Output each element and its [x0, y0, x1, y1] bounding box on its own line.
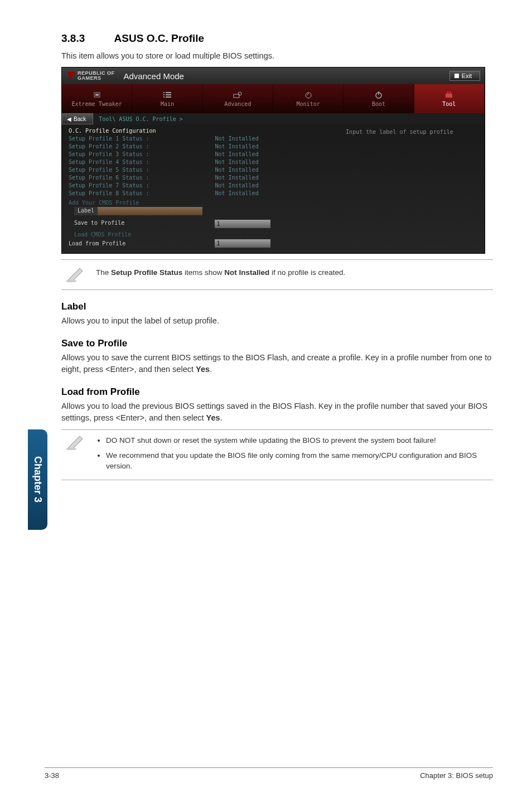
back-button[interactable]: ◀ Back — [62, 113, 93, 124]
warning-item: We recommend that you update the BIOS fi… — [106, 451, 493, 472]
exit-label: Exit — [462, 73, 472, 79]
bios-help-text: Input the label of setup profile — [335, 128, 478, 248]
svg-rect-2 — [163, 92, 165, 93]
svg-rect-4 — [163, 94, 165, 95]
bios-screenshot: REPUBLIC OF GAMERS Advanced Mode Exit Ex… — [61, 67, 485, 254]
toolbox-icon — [444, 90, 453, 99]
page-number: 3-38 — [45, 771, 59, 780]
tab-label: Boot — [372, 101, 385, 107]
note-pencil-icon — [66, 265, 86, 284]
profile-status-row: Setup Profile 2 Status :Not Installed — [69, 143, 335, 151]
svg-rect-3 — [166, 92, 171, 93]
tab-label: Monitor — [297, 101, 320, 107]
load-heading: Load from Profile — [61, 386, 493, 398]
warning-item: DO NOT shut down or reset the system whi… — [106, 436, 493, 446]
tab-label: Main — [161, 101, 174, 107]
label-input[interactable] — [98, 207, 202, 215]
label-body: Allows you to input the label of setup p… — [61, 315, 493, 327]
svg-rect-12 — [378, 91, 379, 95]
save-body: Allows you to save the current BIOS sett… — [61, 352, 493, 375]
bios-titlebar: REPUBLIC OF GAMERS Advanced Mode Exit — [62, 67, 485, 84]
svg-rect-5 — [166, 94, 171, 95]
monitor-icon — [304, 90, 313, 99]
label-heading: Label — [61, 301, 493, 312]
svg-point-9 — [238, 92, 241, 95]
tab-advanced[interactable]: Advanced — [203, 84, 273, 113]
profile-status-row: Setup Profile 7 Status :Not Installed — [69, 182, 335, 190]
profile-status-row: Setup Profile 5 Status :Not Installed — [69, 166, 335, 174]
list-icon — [163, 90, 171, 99]
note-pencil-icon — [66, 433, 86, 452]
svg-point-16 — [66, 448, 77, 450]
load-cmos-heading: Load CMOS Profile — [69, 231, 335, 238]
note-text: The Setup Profile Status items show Not … — [96, 265, 493, 278]
profile-status-row: Setup Profile 4 Status :Not Installed — [69, 158, 335, 166]
advanced-icon — [233, 90, 242, 99]
tab-label: Extreme Tweaker — [72, 101, 122, 107]
tab-boot[interactable]: Boot — [344, 84, 414, 113]
exit-button[interactable]: Exit — [449, 71, 480, 81]
section-intro: This item allows you to store or load mu… — [61, 51, 493, 60]
exit-icon — [454, 74, 459, 78]
profile-status-row: Setup Profile 1 Status :Not Installed — [69, 135, 335, 143]
brand-bottom: GAMERS — [78, 76, 115, 81]
bios-breadcrumb-bar: ◀ Back Tool\ ASUS O.C. Profile > — [62, 113, 485, 124]
profile-status-row: Setup Profile 6 Status :Not Installed — [69, 174, 335, 182]
save-to-profile-input[interactable]: 1 — [215, 220, 270, 228]
advanced-mode-label: Advanced Mode — [124, 71, 184, 81]
svg-rect-6 — [163, 96, 165, 98]
tab-monitor[interactable]: Monitor — [273, 84, 344, 113]
save-to-profile-label: Save to Profile — [69, 220, 215, 228]
chapter-side-tab: Chapter 3 — [28, 429, 47, 530]
label-label: Label — [74, 207, 98, 215]
tab-main[interactable]: Main — [132, 84, 202, 113]
svg-rect-14 — [447, 92, 451, 94]
section-number: 3.8.3 — [61, 32, 112, 45]
section-heading: 3.8.3 ASUS O.C. Profile — [61, 32, 493, 45]
section-title-text: ASUS O.C. Profile — [114, 32, 205, 44]
config-title: O.C. Profile Configuration — [69, 128, 335, 134]
rog-eye-icon — [65, 72, 75, 80]
save-heading: Save to Profile — [61, 338, 493, 349]
svg-rect-13 — [446, 94, 452, 98]
load-from-profile-input[interactable]: 1 — [215, 239, 270, 248]
warning-list: DO NOT shut down or reset the system whi… — [96, 433, 493, 476]
load-body: Allows you to load the previous BIOS set… — [61, 400, 493, 424]
profile-status-row: Setup Profile 3 Status :Not Installed — [69, 151, 335, 158]
bios-tab-bar: Extreme Tweaker Main Advanced Monitor — [62, 84, 485, 113]
svg-rect-1 — [95, 94, 99, 96]
breadcrumb-text: Tool\ ASUS O.C. Profile > — [93, 113, 183, 124]
profile-status-row: Setup Profile 8 Status :Not Installed — [69, 190, 335, 197]
rog-logo: REPUBLIC OF GAMERS Advanced Mode — [66, 71, 184, 81]
tab-label: Tool — [442, 101, 456, 107]
label-input-row: Label — [74, 207, 202, 215]
tab-label: Advanced — [224, 101, 251, 107]
back-arrow-icon: ◀ — [67, 116, 71, 122]
footer-chapter: Chapter 3: BIOS setup — [420, 771, 493, 780]
add-cmos-heading: Add Your CMOS Profile — [69, 200, 335, 206]
tab-tool[interactable]: Tool — [414, 84, 485, 113]
power-icon — [375, 90, 383, 99]
svg-rect-7 — [166, 96, 171, 98]
load-from-profile-label: Load from Profile — [69, 240, 215, 248]
chip-icon — [93, 90, 101, 99]
back-label: Back — [74, 116, 86, 122]
tab-extreme-tweaker[interactable]: Extreme Tweaker — [62, 84, 132, 113]
svg-point-15 — [66, 280, 77, 282]
